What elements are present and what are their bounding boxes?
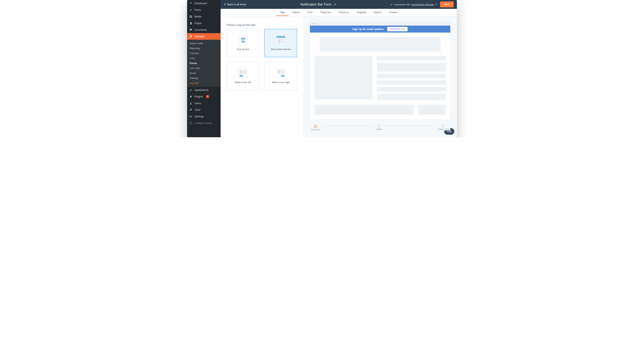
sidebar-label: Dashboard (194, 2, 207, 5)
sidebar-item-tools[interactable]: Tools (187, 107, 220, 113)
back-link[interactable]: Back to all forms (224, 3, 246, 6)
svg-point-2 (190, 122, 192, 124)
mock-block (314, 105, 414, 115)
sub-contacts[interactable]: Contacts (187, 51, 220, 56)
tab-callout[interactable]: Callout (288, 9, 303, 16)
sidebar-label: HubSpot (194, 35, 204, 38)
mini-preview (276, 36, 285, 44)
mini-preview (239, 36, 248, 44)
mock-line (377, 56, 446, 60)
type-label: Slide-in box right (272, 81, 290, 84)
step-label: CALLOUT (311, 129, 320, 131)
step-thank-you[interactable]: THANK YOU (436, 125, 450, 130)
mini-preview (239, 69, 248, 78)
step-circle (314, 125, 317, 128)
type-popup[interactable]: Pop-up box (226, 29, 260, 57)
type-label: Slide-in box left (235, 81, 251, 84)
sidebar-item-media[interactable]: Media (187, 13, 220, 20)
sidebar-label: Media (194, 15, 202, 18)
sidebar-item-hubspot[interactable]: HubSpot (187, 33, 220, 40)
tab-targeting[interactable]: Targeting (353, 9, 370, 16)
sidebar-collapse[interactable]: Collapse menu (187, 120, 220, 126)
sidebar-label: Collapse menu (194, 122, 212, 125)
sub-reporting[interactable]: Reporting (187, 46, 220, 51)
type-label: Pop-up box (237, 48, 249, 51)
tab-form[interactable]: Form (304, 9, 316, 16)
step-form[interactable]: FORM (374, 125, 383, 130)
sliders-icon (189, 115, 193, 118)
autosave-prefix: Autosaved with (394, 3, 410, 6)
sub-email[interactable]: Email (187, 71, 220, 76)
chevron-down-icon[interactable] (435, 3, 437, 5)
type-label: Drop-down banner (271, 48, 291, 51)
sidebar-item-users[interactable]: Users (187, 100, 220, 107)
mini-preview (276, 69, 285, 78)
type-slide-right[interactable]: Slide-in box right (264, 62, 297, 90)
step-circle (378, 125, 380, 127)
step-label: FORM (376, 128, 382, 130)
hubspot-icon (189, 35, 193, 38)
sidebar-item-settings[interactable]: Settings (187, 113, 220, 120)
tab-type[interactable]: Type (276, 9, 288, 16)
tab-thank-you[interactable]: Thank you (316, 9, 335, 16)
check-icon (390, 3, 393, 6)
back-label: Back to all forms (227, 3, 246, 6)
wrench-icon (189, 108, 193, 112)
plug-icon (189, 95, 193, 98)
sub-upgrade[interactable]: Upgrade (187, 81, 220, 86)
sidebar-item-plugins[interactable]: Plugins 1 (187, 93, 220, 100)
sub-forms[interactable]: Forms (187, 61, 220, 66)
autosave-status: Autosaved with unpublished changes (390, 3, 437, 6)
tab-follow-up[interactable]: Follow-up (335, 9, 353, 16)
collapse-icon (189, 121, 193, 125)
browser-mock: Sign up for email updates Subscribe now (310, 22, 450, 120)
panel-heading: Choose a pop-up form type (226, 23, 297, 26)
sidebar-item-pages[interactable]: Pages (187, 20, 220, 26)
type-slide-left[interactable]: Slide-in box left (226, 62, 260, 90)
sidebar-item-appearance[interactable]: Appearance (187, 87, 220, 93)
window-dot (314, 23, 315, 24)
type-banner[interactable]: Drop-down banner (264, 29, 297, 57)
tabs: Type Callout Form Thank you Follow-up Ta… (220, 9, 457, 16)
sidebar-label: Posts (194, 8, 201, 11)
sub-live-chat[interactable]: Live Chat (187, 66, 220, 71)
sidebar: Dashboard Posts Media Pages Comments Hub… (187, 0, 220, 137)
tab-options[interactable]: Options (370, 9, 386, 16)
page-icon (189, 21, 193, 25)
page-title-wrap: Notification Bar Form (246, 2, 390, 6)
right-panel: Sign up for email updates Subscribe now (303, 16, 457, 137)
step-callout[interactable]: CALLOUT (310, 125, 322, 131)
mock-line (377, 80, 446, 85)
tab-preview[interactable]: Preview (386, 9, 402, 16)
sidebar-item-dashboard[interactable]: Dashboard (187, 0, 220, 7)
pencil-icon[interactable] (334, 3, 336, 6)
step-label: THANK YOU (437, 128, 449, 130)
content: Choose a pop-up form type Pop-up box (220, 16, 457, 137)
window-dot (312, 23, 313, 24)
sub-setup-guide[interactable]: Setup Guide (187, 41, 220, 46)
type-grid: Pop-up box Drop-down banner (226, 29, 297, 90)
sidebar-label: Tools (194, 108, 200, 111)
sub-settings[interactable]: Settings (187, 76, 220, 81)
comment-icon (189, 28, 193, 32)
sidebar-label: Users (194, 102, 201, 105)
mock-block (320, 37, 440, 52)
mock-block (418, 105, 446, 115)
step-circle (442, 125, 444, 127)
svg-point-1 (190, 102, 191, 103)
sidebar-item-posts[interactable]: Posts (187, 7, 220, 13)
sidebar-item-comments[interactable]: Comments (187, 26, 220, 33)
subscribe-button[interactable]: Subscribe now (387, 27, 408, 31)
sidebar-label: Plugins (194, 95, 203, 98)
next-button[interactable]: Next (440, 1, 454, 7)
brush-icon (189, 88, 193, 92)
autosave-link[interactable]: unpublished changes (411, 3, 434, 6)
gauge-icon (189, 1, 193, 5)
mock-line (377, 87, 446, 91)
media-icon (189, 15, 193, 18)
sidebar-label: Pages (194, 22, 202, 25)
left-panel: Choose a pop-up form type Pop-up box (220, 16, 303, 137)
sub-lists[interactable]: Lists (187, 56, 220, 61)
progress-steps: CALLOUT FORM THANK YOU (310, 125, 450, 131)
mock-line (377, 63, 446, 72)
